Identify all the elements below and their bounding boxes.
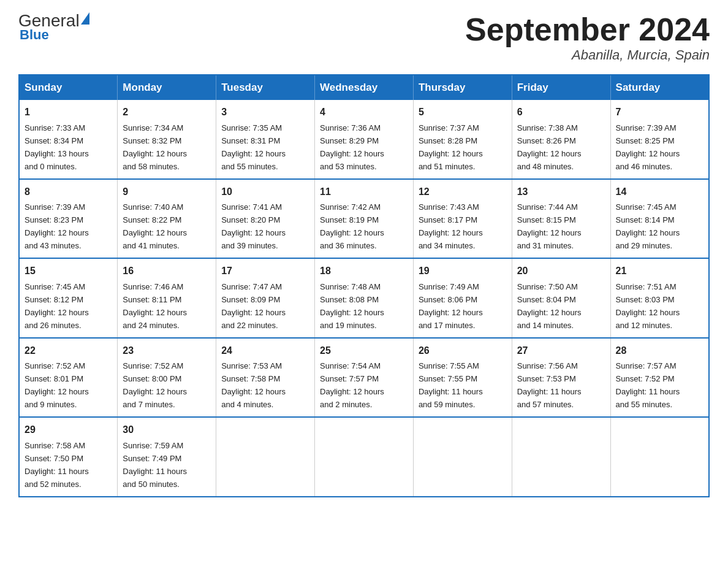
day-cell [512, 417, 610, 496]
day-info: Sunrise: 7:58 AMSunset: 7:50 PMDaylight:… [25, 441, 89, 489]
day-info: Sunrise: 7:54 AMSunset: 7:57 PMDaylight:… [320, 361, 384, 409]
day-number: 1 [25, 105, 112, 120]
day-number: 13 [517, 185, 605, 200]
day-info: Sunrise: 7:36 AMSunset: 8:29 PMDaylight:… [320, 123, 384, 171]
day-cell: 18 Sunrise: 7:48 AMSunset: 8:08 PMDaylig… [315, 258, 414, 337]
day-cell: 9 Sunrise: 7:40 AMSunset: 8:22 PMDayligh… [118, 179, 216, 258]
day-cell: 12 Sunrise: 7:43 AMSunset: 8:17 PMDaylig… [413, 179, 512, 258]
logo: General Blue [18, 12, 89, 43]
day-info: Sunrise: 7:39 AMSunset: 8:23 PMDaylight:… [25, 202, 89, 250]
day-cell: 1 Sunrise: 7:33 AMSunset: 8:34 PMDayligh… [19, 100, 118, 178]
day-cell: 7 Sunrise: 7:39 AMSunset: 8:25 PMDayligh… [610, 100, 709, 178]
day-info: Sunrise: 7:33 AMSunset: 8:34 PMDaylight:… [25, 123, 89, 171]
day-cell: 10 Sunrise: 7:41 AMSunset: 8:20 PMDaylig… [216, 179, 315, 258]
column-header-friday: Friday [512, 75, 610, 100]
day-info: Sunrise: 7:56 AMSunset: 7:53 PMDaylight:… [517, 361, 582, 409]
day-info: Sunrise: 7:53 AMSunset: 7:58 PMDaylight:… [221, 361, 286, 409]
day-info: Sunrise: 7:40 AMSunset: 8:22 PMDaylight:… [123, 202, 187, 250]
day-info: Sunrise: 7:55 AMSunset: 7:55 PMDaylight:… [419, 361, 483, 409]
day-number: 22 [25, 343, 112, 359]
day-cell: 13 Sunrise: 7:44 AMSunset: 8:15 PMDaylig… [512, 179, 610, 258]
day-number: 19 [419, 264, 507, 279]
day-info: Sunrise: 7:52 AMSunset: 8:00 PMDaylight:… [123, 361, 187, 409]
day-number: 18 [320, 264, 408, 279]
day-info: Sunrise: 7:42 AMSunset: 8:19 PMDaylight:… [320, 202, 384, 250]
day-number: 4 [320, 105, 408, 120]
column-header-tuesday: Tuesday [216, 75, 315, 100]
week-row-1: 1 Sunrise: 7:33 AMSunset: 8:34 PMDayligh… [19, 100, 709, 178]
day-info: Sunrise: 7:34 AMSunset: 8:32 PMDaylight:… [123, 123, 187, 171]
column-header-thursday: Thursday [413, 75, 512, 100]
day-info: Sunrise: 7:37 AMSunset: 8:28 PMDaylight:… [419, 123, 483, 171]
day-number: 3 [221, 105, 309, 120]
day-number: 25 [320, 343, 408, 359]
week-row-3: 15 Sunrise: 7:45 AMSunset: 8:12 PMDaylig… [19, 258, 709, 337]
day-info: Sunrise: 7:45 AMSunset: 8:12 PMDaylight:… [25, 282, 89, 330]
day-cell: 23 Sunrise: 7:52 AMSunset: 8:00 PMDaylig… [118, 338, 216, 417]
calendar-subtitle: Abanilla, Murcia, Spain [465, 47, 710, 63]
logo-triangle-icon [81, 12, 89, 25]
day-info: Sunrise: 7:38 AMSunset: 8:26 PMDaylight:… [517, 123, 582, 171]
calendar-table: SundayMondayTuesdayWednesdayThursdayFrid… [18, 74, 710, 497]
column-header-wednesday: Wednesday [315, 75, 414, 100]
day-number: 21 [616, 264, 703, 279]
day-number: 11 [320, 185, 408, 200]
day-cell [610, 417, 709, 496]
column-header-sunday: Sunday [19, 75, 118, 100]
day-info: Sunrise: 7:48 AMSunset: 8:08 PMDaylight:… [320, 282, 384, 330]
day-cell: 27 Sunrise: 7:56 AMSunset: 7:53 PMDaylig… [512, 338, 610, 417]
day-cell: 26 Sunrise: 7:55 AMSunset: 7:55 PMDaylig… [413, 338, 512, 417]
day-info: Sunrise: 7:50 AMSunset: 8:04 PMDaylight:… [517, 282, 582, 330]
day-number: 16 [123, 264, 211, 279]
day-info: Sunrise: 7:39 AMSunset: 8:25 PMDaylight:… [616, 123, 680, 171]
day-cell: 14 Sunrise: 7:45 AMSunset: 8:14 PMDaylig… [610, 179, 709, 258]
day-number: 8 [25, 185, 112, 200]
day-cell: 5 Sunrise: 7:37 AMSunset: 8:28 PMDayligh… [413, 100, 512, 178]
day-cell: 11 Sunrise: 7:42 AMSunset: 8:19 PMDaylig… [315, 179, 414, 258]
day-info: Sunrise: 7:52 AMSunset: 8:01 PMDaylight:… [25, 361, 89, 409]
day-info: Sunrise: 7:59 AMSunset: 7:49 PMDaylight:… [123, 441, 187, 489]
day-number: 5 [419, 105, 507, 120]
day-info: Sunrise: 7:43 AMSunset: 8:17 PMDaylight:… [419, 202, 483, 250]
day-number: 26 [419, 343, 507, 359]
day-cell: 20 Sunrise: 7:50 AMSunset: 8:04 PMDaylig… [512, 258, 610, 337]
page-header: General Blue September 2024 Abanilla, Mu… [18, 12, 710, 63]
day-cell: 28 Sunrise: 7:57 AMSunset: 7:52 PMDaylig… [610, 338, 709, 417]
day-cell: 6 Sunrise: 7:38 AMSunset: 8:26 PMDayligh… [512, 100, 610, 178]
day-cell: 24 Sunrise: 7:53 AMSunset: 7:58 PMDaylig… [216, 338, 315, 417]
day-cell: 8 Sunrise: 7:39 AMSunset: 8:23 PMDayligh… [19, 179, 118, 258]
week-row-4: 22 Sunrise: 7:52 AMSunset: 8:01 PMDaylig… [19, 338, 709, 417]
day-number: 27 [517, 343, 605, 359]
day-number: 10 [221, 185, 309, 200]
day-info: Sunrise: 7:47 AMSunset: 8:09 PMDaylight:… [221, 282, 286, 330]
day-number: 15 [25, 264, 112, 279]
day-number: 23 [123, 343, 211, 359]
day-cell: 16 Sunrise: 7:46 AMSunset: 8:11 PMDaylig… [118, 258, 216, 337]
day-number: 30 [123, 423, 211, 438]
day-number: 17 [221, 264, 309, 279]
day-number: 24 [221, 343, 309, 359]
title-area: September 2024 Abanilla, Murcia, Spain [465, 12, 710, 63]
day-cell: 15 Sunrise: 7:45 AMSunset: 8:12 PMDaylig… [19, 258, 118, 337]
week-row-2: 8 Sunrise: 7:39 AMSunset: 8:23 PMDayligh… [19, 179, 709, 258]
day-cell [315, 417, 414, 496]
day-cell: 22 Sunrise: 7:52 AMSunset: 8:01 PMDaylig… [19, 338, 118, 417]
header-row: SundayMondayTuesdayWednesdayThursdayFrid… [19, 75, 709, 100]
day-number: 7 [616, 105, 703, 120]
day-number: 6 [517, 105, 605, 120]
day-info: Sunrise: 7:44 AMSunset: 8:15 PMDaylight:… [517, 202, 582, 250]
day-cell: 3 Sunrise: 7:35 AMSunset: 8:31 PMDayligh… [216, 100, 315, 178]
day-number: 20 [517, 264, 605, 279]
day-info: Sunrise: 7:35 AMSunset: 8:31 PMDaylight:… [221, 123, 286, 171]
calendar-title: September 2024 [465, 12, 710, 47]
day-cell [413, 417, 512, 496]
column-header-monday: Monday [118, 75, 216, 100]
day-cell: 19 Sunrise: 7:49 AMSunset: 8:06 PMDaylig… [413, 258, 512, 337]
day-info: Sunrise: 7:49 AMSunset: 8:06 PMDaylight:… [419, 282, 483, 330]
day-info: Sunrise: 7:45 AMSunset: 8:14 PMDaylight:… [616, 202, 680, 250]
day-number: 28 [616, 343, 703, 359]
day-number: 29 [25, 423, 112, 438]
day-number: 14 [616, 185, 703, 200]
day-cell: 25 Sunrise: 7:54 AMSunset: 7:57 PMDaylig… [315, 338, 414, 417]
day-cell: 17 Sunrise: 7:47 AMSunset: 8:09 PMDaylig… [216, 258, 315, 337]
